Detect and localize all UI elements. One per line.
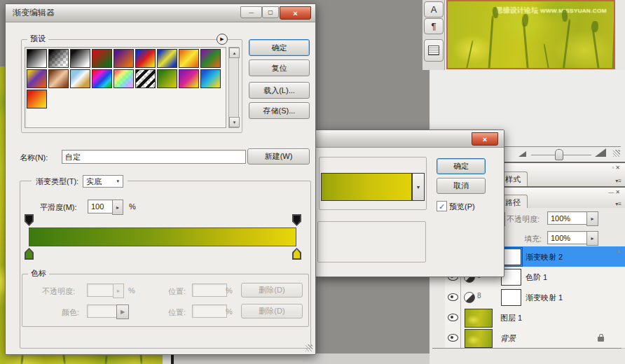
gradient-preset-swatch[interactable] (157, 69, 177, 88)
ok-button[interactable]: 确定 (437, 158, 486, 174)
color-stop-right[interactable] (292, 248, 301, 260)
gradient-bar[interactable] (29, 227, 296, 246)
preview-checkbox[interactable]: ✓ (437, 201, 447, 211)
layers-scroll-up-icon[interactable]: ▲ (616, 248, 621, 253)
scroll-down-button[interactable]: ▼ (229, 117, 240, 127)
zoom-in-icon[interactable] (595, 148, 606, 157)
layer-row[interactable]: 背景 (445, 328, 625, 349)
close-button[interactable]: × (472, 132, 498, 146)
flyout-arrow-icon: ▶ (220, 36, 224, 42)
panel-minimize-icon[interactable]: — (608, 189, 615, 195)
layer-thumbnail[interactable] (465, 309, 493, 328)
gradient-preset-swatch[interactable] (135, 69, 156, 88)
gradient-preset-swatch[interactable] (70, 69, 90, 88)
gradient-preset-swatch[interactable] (157, 49, 177, 68)
reset-button[interactable]: 复位 (249, 59, 310, 76)
gradient-preview-bar[interactable] (321, 173, 412, 201)
close-icon: × (293, 9, 297, 18)
load-button[interactable]: 载入(L)... (249, 82, 310, 99)
document-canvas[interactable]: 思缘设计论坛 WWW.MISSYUAN.COM (446, 0, 615, 69)
smoothness-spinner[interactable]: ▸ (112, 200, 123, 215)
layers-panel-button[interactable] (424, 39, 444, 62)
layer-row[interactable]: 图层 1 (445, 307, 625, 328)
gradient-preset-swatch[interactable] (27, 49, 47, 68)
minimize-button[interactable]: — (240, 6, 262, 18)
gradient-preset-swatch[interactable] (114, 69, 134, 88)
opacity-value[interactable]: 100% (547, 211, 589, 225)
cancel-button[interactable]: 取消 (437, 178, 486, 194)
gradient-preset-fill (27, 90, 46, 108)
paths-flyout-menu-icon[interactable]: ▾≡ (615, 201, 621, 207)
gradient-options-group: 渐变类型(T): 实底 ▼ 平滑度(M): 100 ▸ % 色标 不透明度: (20, 181, 311, 349)
zoom-slider-thumb[interactable] (555, 149, 563, 160)
zoom-out-icon[interactable] (518, 151, 526, 157)
gradient-options-groupbox (317, 221, 426, 262)
scroll-down-icon: ▼ (233, 120, 237, 125)
document-canvas-bottom[interactable] (0, 354, 163, 364)
close-button[interactable]: × (280, 6, 311, 20)
gradient-preset-fill (49, 50, 68, 67)
gradient-preset-swatch[interactable] (200, 69, 221, 88)
gradient-preset-swatch[interactable] (70, 49, 90, 68)
presets-scrollbar[interactable]: ▲ ▼ (228, 47, 239, 128)
layer-mask-thumbnail[interactable] (501, 289, 521, 306)
gradient-preset-swatch[interactable] (179, 49, 199, 68)
layer-row[interactable]: 8渐变映射 1 (445, 287, 625, 308)
layer-visibility-toggle[interactable] (445, 328, 461, 348)
gradient-preset-swatch[interactable] (27, 90, 47, 108)
gradient-preset-swatch[interactable] (179, 69, 199, 88)
layer-name[interactable]: 渐变映射 1 (526, 293, 563, 303)
layer-name[interactable]: 图层 1 (500, 313, 522, 323)
gradient-preset-swatch[interactable] (48, 69, 69, 88)
gradient-preset-swatch[interactable] (114, 49, 134, 68)
layer-name[interactable]: 色阶 1 (526, 272, 547, 283)
grass-stalk (612, 12, 615, 69)
layer-name[interactable]: 背景 (500, 333, 516, 344)
panel-close-icon[interactable]: ✕ (615, 164, 621, 171)
gradient-preset-swatch[interactable] (135, 49, 156, 68)
collapsed-panel-strip: A ¶ (423, 0, 445, 70)
color-stop-left[interactable] (25, 248, 34, 260)
gradient-preset-fill (27, 50, 46, 67)
new-button[interactable]: 新建(W) (247, 148, 310, 164)
panel-resize-grip[interactable] (613, 150, 620, 157)
watermark-text: 思缘设计论坛 WWW.MISSYUAN.COM (496, 6, 607, 15)
presets-flyout-button[interactable]: ▶ (217, 34, 228, 45)
gradient-preset-swatch[interactable] (92, 49, 112, 68)
name-input[interactable]: 自定 (62, 150, 246, 164)
maximize-button[interactable]: ▢ (262, 6, 279, 18)
layer-visibility-toggle[interactable] (445, 307, 461, 328)
save-button[interactable]: 存储(S)... (249, 102, 310, 119)
character-panel-button[interactable]: A (424, 1, 444, 18)
stop-color-picker-arrow[interactable]: ▶ (116, 304, 129, 319)
styles-flyout-menu-icon[interactable]: ▾≡ (615, 178, 621, 184)
stop-location-percent-2: % (226, 307, 233, 316)
layer-visibility-toggle[interactable] (445, 287, 461, 307)
fill-value[interactable]: 100% (547, 231, 589, 244)
gradient-type-dropdown[interactable]: 实底 ▼ (83, 175, 123, 188)
layer-thumbnail[interactable] (465, 329, 493, 348)
gradient-preset-fill (201, 50, 220, 67)
mask-link-icon[interactable]: 8 (477, 292, 481, 300)
opacity-stop-right[interactable] (292, 214, 301, 226)
gradient-preset-swatch[interactable] (48, 49, 69, 68)
opacity-spinner[interactable]: ▸ (586, 211, 598, 226)
opacity-label: 不透明度: (507, 214, 540, 225)
adjustment-layer-icon[interactable] (464, 292, 475, 303)
scroll-up-icon: ▲ (233, 51, 237, 55)
gradient-preset-swatch[interactable] (200, 49, 221, 68)
gradient-preview-dropdown[interactable]: ▼ (412, 173, 425, 201)
ok-button[interactable]: 确定 (249, 39, 310, 56)
paragraph-panel-button[interactable]: ¶ (424, 18, 444, 34)
panel-close-icon[interactable]: ✕ (615, 189, 621, 195)
smoothness-percent: % (129, 202, 136, 211)
gradient-preset-swatch[interactable] (27, 69, 47, 88)
gradient-map-dialog: × ▼ 确定 取消 ✓ 预览(P) (315, 130, 504, 277)
fill-spinner[interactable]: ▸ (586, 231, 598, 246)
gradient-preset-swatch[interactable] (92, 69, 112, 88)
gradient-preset-fill (179, 70, 198, 88)
dialog-resize-grip[interactable] (305, 344, 312, 351)
opacity-stop-left[interactable] (25, 214, 34, 226)
scroll-up-button[interactable]: ▲ (229, 48, 240, 58)
layer-name[interactable]: 渐变映射 2 (526, 252, 563, 262)
